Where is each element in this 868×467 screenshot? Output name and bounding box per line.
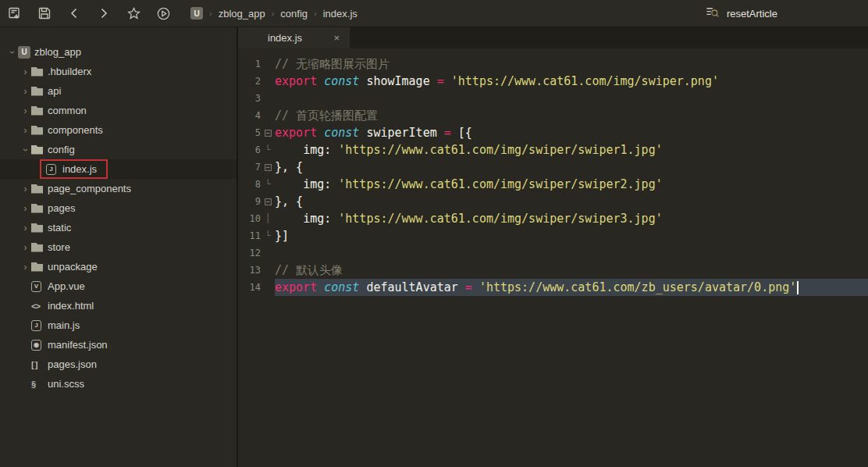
code-line-7: 7−}, { [238,159,868,176]
tree-item-App.vue[interactable]: VApp.vue [0,276,237,296]
scss-icon: § [31,380,48,389]
indent-guide [261,73,275,90]
tree-item-uni.scss[interactable]: §uni.scss [0,374,237,394]
tree-item-label: api [48,85,61,97]
tree-item-page_components[interactable]: ›page_components [0,179,237,198]
code-line-12: 12 [238,244,868,262]
line-number: 12 [238,244,261,262]
indent-guide [261,107,275,124]
code-line-3: 3 [238,90,868,107]
code-line-text[interactable]: export const showImage = 'https://www.ca… [275,73,868,90]
chevron-right-icon[interactable]: › [20,67,31,77]
close-icon[interactable]: × [333,32,340,44]
chevron-right-icon[interactable]: › [20,243,31,252]
tree-item-label: unpackage [48,261,98,273]
chevron-right-icon[interactable]: › [20,204,31,213]
tree-item-store[interactable]: ›store [0,237,237,257]
tree-item-index.html[interactable]: <>index.html [0,296,237,315]
tree-item-label: pages.json [48,358,97,370]
back-button[interactable] [64,3,84,23]
vue-icon: V [31,281,48,292]
chevron-right-icon[interactable]: › [20,126,31,135]
code-line-text[interactable]: }, { [275,193,868,210]
code-line-text[interactable]: }, { [275,159,868,176]
project-logo-icon: U [190,7,203,20]
fold-marker[interactable]: − [261,159,275,176]
code-line-text[interactable]: // 无缩略图展示图片 [275,55,868,73]
tree-item-manifest.json[interactable]: ◉manifest.json [0,335,237,355]
code-line-text[interactable]: export const swiperItem = [{ [275,124,868,141]
tree-item-label: common [48,105,87,116]
tree-item-label: index.html [48,300,94,312]
code-line-text[interactable]: img: 'https://www.cat61.com/img/swiper/s… [275,210,868,227]
code-line-text[interactable]: img: 'https://www.cat61.com/img/swiper/s… [275,176,868,193]
chevron-right-icon[interactable]: › [20,87,31,96]
indent-guide: └ [261,141,275,159]
indent-guide [261,262,275,279]
new-file-button[interactable] [5,3,25,23]
code-line-4: 4// 首页轮播图配置 [238,107,868,124]
code-line-5: 5−export const swiperItem = [{ [238,124,868,141]
fold-marker[interactable]: − [261,193,275,210]
chevron-right-icon[interactable]: › [20,262,31,272]
tree-item-components[interactable]: ›components [0,120,237,140]
code-line-text[interactable]: // 首页轮播图配置 [275,107,868,124]
code-editor[interactable]: 1// 无缩略图展示图片2export const showImage = 'h… [238,48,868,467]
breadcrumb-file[interactable]: index.js [323,8,358,20]
line-number: 1 [238,55,261,73]
breadcrumb-folder[interactable]: config [280,8,308,20]
chevron-right-icon[interactable]: › [20,184,31,194]
html-icon: <> [31,301,48,311]
chevron-down-icon[interactable]: › [21,144,30,155]
tree-item-api[interactable]: ›api [0,81,237,101]
line-number: 2 [238,73,261,90]
tree-item-static[interactable]: ›static [0,218,237,237]
forward-button[interactable] [94,3,114,23]
code-line-text[interactable]: img: 'https://www.cat61.com/img/swiper/s… [275,141,868,159]
chevron-right-icon[interactable]: › [20,106,31,116]
code-line-11: 11└}] [238,227,868,244]
bookmark-button[interactable] [123,3,144,23]
line-number: 9 [238,193,261,210]
tree-item-label: config [48,144,75,155]
tree-item-unpackage[interactable]: ›unpackage [0,257,237,276]
selection-red-box: Jindex.js [40,159,108,179]
folder-icon [31,223,48,233]
indent-guide [261,90,275,107]
manifest-icon: ◉ [31,340,48,351]
line-number: 14 [238,279,261,296]
tree-item-.hbuilderx[interactable]: ›.hbuilderx [0,62,237,81]
tab-label: index.js [268,32,302,44]
indent-guide: │ [261,210,275,227]
tree-item-main.js[interactable]: Jmain.js [0,315,237,335]
run-button[interactable] [153,3,173,23]
fold-marker[interactable]: − [261,124,275,141]
breadcrumb-project[interactable]: zblog_app [219,8,265,20]
line-number: 13 [238,262,261,279]
tree-item-pages.json[interactable]: [ ]pages.json [0,355,237,374]
tree-item-zblog_app[interactable]: ›Uzblog_app [0,42,237,62]
tree-item-label: index.js [62,163,97,175]
tree-item-label: components [48,124,103,136]
tree-item-common[interactable]: ›common [0,101,237,120]
editor-column: index.js × 1// 无缩略图展示图片2export const sho… [238,27,868,467]
back-chevron-icon [67,6,81,20]
tree-item-pages[interactable]: ›pages [0,198,237,218]
tab-index-js[interactable]: index.js × [238,27,350,48]
save-button[interactable] [34,3,55,23]
breadcrumb-separator: › [209,9,212,18]
chevron-down-icon[interactable]: › [8,46,17,58]
code-line-text[interactable]: }] [275,227,868,244]
js-file-icon: J [31,320,48,331]
symbol-search[interactable]: resetArticle [705,5,777,22]
tree-item-index.js[interactable]: Jindex.js [0,159,237,179]
chevron-right-icon[interactable]: › [20,223,31,233]
tree-item-label: .hbuilderx [48,66,91,77]
code-line-text[interactable]: // 默认头像 [275,262,868,279]
tree-item-config[interactable]: ›config [0,140,237,159]
line-number: 5 [238,124,261,141]
code-line-text[interactable] [275,90,868,107]
code-line-text[interactable]: export const defaultAvatar = 'https://ww… [275,279,868,296]
code-line-text[interactable] [275,244,868,262]
line-number: 3 [238,90,261,107]
